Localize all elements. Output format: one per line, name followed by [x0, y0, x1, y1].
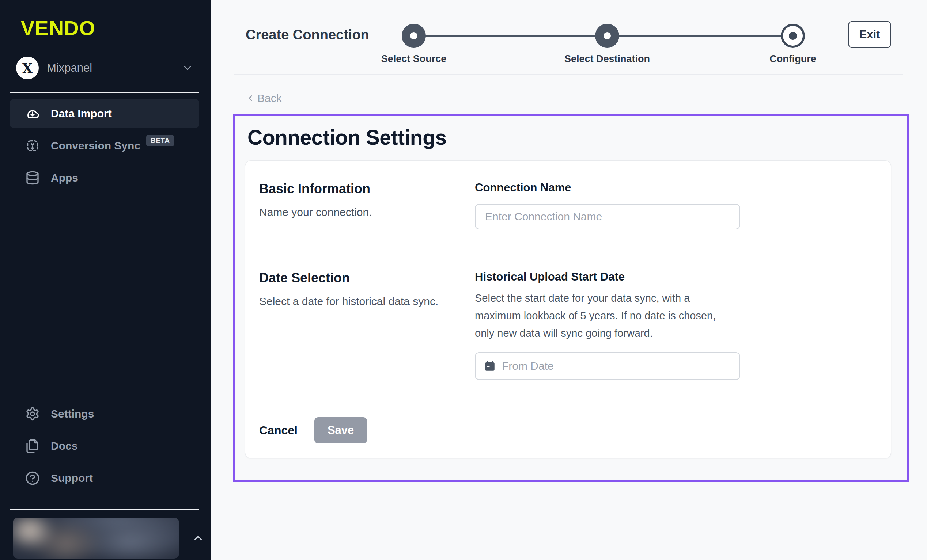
sidebar-nav: Data Import Conversion Sync BETA Apps [10, 99, 199, 196]
workspace-switcher[interactable]: X Mixpanel [16, 57, 194, 79]
chevron-left-icon [246, 94, 255, 103]
user-account-row [13, 516, 205, 560]
sidebar-item-support[interactable]: Support [10, 464, 199, 493]
database-icon [25, 171, 40, 185]
sidebar: VENDO X Mixpanel Data Import C [0, 0, 211, 560]
sidebar-item-docs[interactable]: Docs [10, 431, 199, 461]
step-label-select-source: Select Source [381, 53, 447, 65]
cancel-button[interactable]: Cancel [259, 424, 298, 437]
sidebar-item-label: Conversion Sync [51, 140, 140, 152]
sidebar-item-label: Data Import [51, 108, 112, 120]
user-account-blurred[interactable] [13, 518, 179, 558]
sidebar-item-label: Settings [51, 408, 94, 420]
connection-name-input[interactable] [475, 204, 740, 229]
date-selection-fields: Historical Upload Start Date Select the … [475, 270, 876, 380]
conversion-sync-icon [25, 138, 40, 153]
app-root: VENDO X Mixpanel Data Import C [0, 0, 927, 560]
form-actions: Cancel Save [259, 401, 876, 443]
basic-information-row: Basic Information Name your connection. … [259, 181, 876, 245]
basic-information-intro: Basic Information Name your connection. [259, 181, 462, 229]
step-configure-circle[interactable] [781, 24, 805, 48]
mixpanel-logo-icon: X [16, 57, 39, 79]
main-area: Create Connection Select Source Select D… [211, 0, 927, 560]
sidebar-item-settings[interactable]: Settings [10, 399, 199, 428]
step-select-source-circle[interactable] [402, 24, 426, 48]
sidebar-item-apps[interactable]: Apps [10, 163, 199, 193]
header-divider [234, 74, 903, 74]
historical-upload-start-date-label: Historical Upload Start Date [475, 270, 876, 284]
sidebar-footer-divider [10, 509, 199, 510]
back-label: Back [257, 92, 282, 105]
sidebar-divider [10, 93, 199, 93]
cloud-download-icon [25, 106, 40, 121]
sidebar-item-label: Docs [51, 440, 78, 452]
settings-card: Basic Information Name your connection. … [245, 160, 891, 458]
basic-information-fields: Connection Name [475, 181, 876, 229]
exit-button[interactable]: Exit [848, 21, 891, 48]
step-select-destination-circle[interactable] [595, 24, 619, 48]
section-heading: Date Selection [259, 270, 462, 286]
historical-upload-description: Select the start date for your data sync… [475, 289, 731, 342]
files-icon [25, 439, 40, 453]
chevron-down-icon [181, 62, 194, 74]
step-label-select-destination: Select Destination [564, 53, 650, 65]
page-title: Connection Settings [248, 125, 907, 149]
date-selection-intro: Date Selection Select a date for histori… [259, 270, 462, 380]
workspace-name: Mixpanel [47, 61, 92, 74]
sidebar-item-label: Apps [51, 172, 78, 184]
from-date-field [475, 352, 740, 380]
sidebar-footer-nav: Settings Docs Support [10, 399, 199, 496]
connection-name-label: Connection Name [475, 181, 876, 194]
section-description: Name your connection. [259, 206, 462, 219]
sidebar-item-data-import[interactable]: Data Import [10, 99, 199, 128]
calendar-icon [483, 360, 496, 372]
save-button[interactable]: Save [315, 417, 367, 443]
section-description: Select a date for historical data sync. [259, 295, 462, 308]
sidebar-item-label: Support [51, 472, 93, 484]
chevron-up-icon[interactable] [191, 531, 205, 545]
help-circle-icon [25, 471, 40, 486]
sidebar-item-conversion-sync[interactable]: Conversion Sync BETA [10, 131, 199, 160]
beta-badge: BETA [146, 135, 174, 146]
wizard-title: Create Connection [246, 27, 369, 43]
sidebar-spacer [0, 196, 211, 399]
step-label-configure: Configure [769, 53, 816, 65]
back-link[interactable]: Back [246, 92, 282, 105]
section-heading: Basic Information [259, 181, 462, 197]
date-selection-row: Date Selection Select a date for histori… [259, 246, 876, 400]
wizard-header: Create Connection Select Source Select D… [211, 0, 927, 74]
from-date-input[interactable] [502, 360, 731, 372]
vendo-logo: VENDO [21, 16, 211, 40]
gear-icon [25, 407, 40, 421]
connection-settings-panel: Connection Settings Basic Information Na… [233, 114, 909, 482]
